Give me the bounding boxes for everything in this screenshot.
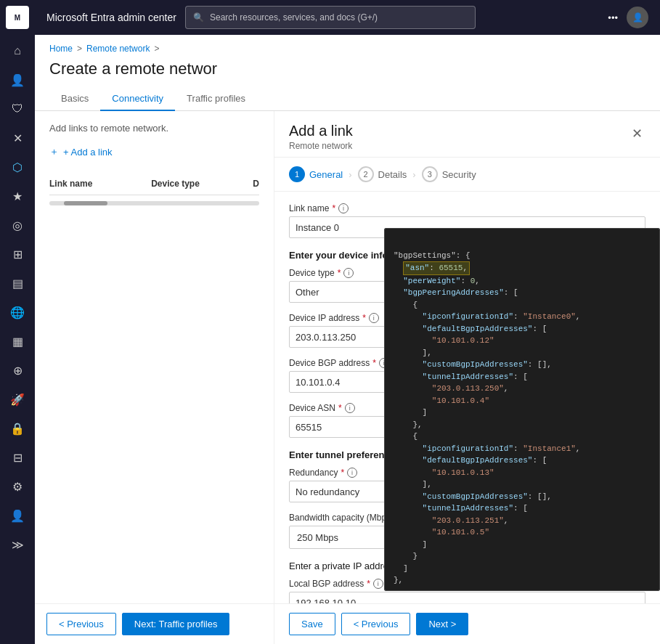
breadcrumb-sep2: > (154, 44, 159, 54)
redundancy-info-icon[interactable]: i (347, 468, 357, 478)
local-bgp-required: * (367, 579, 370, 589)
dialog-footer: Save < Previous Next > (274, 603, 660, 644)
workflow-icon[interactable]: ⊕ (4, 357, 30, 383)
left-footer: < Previous Next: Traffic profiles (35, 603, 274, 644)
step-sep-2: › (412, 169, 415, 180)
step-sep-1: › (349, 169, 351, 180)
tab-traffic-profiles[interactable]: Traffic profiles (175, 87, 257, 111)
main-container: Microsoft Entra admin center 🔍 Search re… (35, 0, 660, 644)
left-panel-content: Add links to remote network. ＋ + Add a l… (35, 111, 274, 603)
dialog-body: Link name * i Enter your device info Dev… (274, 192, 660, 603)
globe-icon[interactable]: 🌐 (4, 299, 30, 325)
breadcrumb-remote-network[interactable]: Remote network (86, 44, 150, 54)
topbar: Microsoft Entra admin center 🔍 Search re… (35, 0, 660, 35)
link-name-info-icon[interactable]: i (338, 203, 349, 213)
gear-icon[interactable]: ⚙ (4, 473, 30, 500)
step-1-label: General (309, 169, 343, 180)
breadcrumb-home[interactable]: Home (49, 44, 73, 54)
search-icon: 🔍 (193, 12, 204, 23)
avatar[interactable]: 👤 (627, 7, 648, 28)
scroll-bar[interactable] (49, 201, 259, 205)
page-title: Create a remote networ (35, 57, 660, 87)
step-security[interactable]: 3 Security (422, 166, 476, 182)
users-icon[interactable]: 👤 (4, 67, 30, 93)
plus-icon: ＋ (49, 145, 59, 158)
next-button-dialog[interactable]: Next > (416, 613, 468, 635)
scroll-container (49, 201, 259, 205)
home-icon[interactable]: ⌂ (4, 38, 30, 64)
chart-icon[interactable]: ▦ (4, 328, 30, 354)
table-icon[interactable]: ⊟ (4, 444, 30, 470)
json-overlay: "bgpSettings": { "asn": 65515, "peerWeig… (384, 228, 660, 591)
device-ip-info-icon[interactable]: i (369, 313, 379, 323)
device-asn-required: * (338, 403, 342, 413)
tab-basics[interactable]: Basics (49, 87, 100, 111)
topbar-actions: ••• 👤 (608, 7, 648, 28)
step-3-label: Security (442, 169, 476, 180)
person-icon[interactable]: 👤 (4, 502, 30, 529)
next-button-left[interactable]: Next: Traffic profiles (122, 613, 230, 635)
col-extra: D (253, 179, 259, 189)
cross-icon[interactable]: ✕ (4, 125, 30, 151)
dialog-title: Add a link (289, 123, 353, 139)
step-3-number: 3 (422, 166, 438, 182)
lock-icon[interactable]: 🔒 (4, 415, 30, 441)
app-title: Microsoft Entra admin center (46, 12, 176, 23)
local-bgp-input[interactable] (289, 592, 645, 603)
app-logo: M (6, 6, 29, 29)
star-icon[interactable]: ★ (4, 183, 30, 209)
add-link-label: + Add a link (63, 147, 113, 158)
rocket-icon[interactable]: 🚀 (4, 386, 30, 412)
left-panel: Add links to remote network. ＋ + Add a l… (35, 111, 274, 644)
expand-icon[interactable]: ≫ (4, 531, 30, 558)
step-general[interactable]: 1 General (289, 166, 343, 182)
save-button[interactable]: Save (289, 613, 335, 635)
add-link-button[interactable]: ＋ + Add a link (49, 145, 259, 158)
local-bgp-info-icon[interactable]: i (373, 579, 383, 589)
device-bgp-required: * (372, 358, 376, 368)
step-2-label: Details (378, 169, 407, 180)
inner-layout: Add links to remote network. ＋ + Add a l… (35, 111, 660, 644)
previous-button-dialog[interactable]: < Previous (341, 613, 411, 635)
col-link-name: Link name (49, 179, 142, 189)
links-table-header: Link name Device type D (49, 173, 259, 195)
search-placeholder: Search resources, services, and docs (G+… (210, 12, 378, 23)
more-options-icon[interactable]: ••• (608, 12, 618, 23)
step-details[interactable]: 2 Details (358, 166, 407, 182)
sidebar: M ⌂ 👤 🛡 ✕ ⬡ ★ ◎ ⊞ ▤ 🌐 ▦ ⊕ 🚀 🔒 ⊟ ⚙ 👤 ≫ (0, 0, 35, 644)
devices-icon[interactable]: ▤ (4, 270, 30, 296)
redundancy-required: * (341, 468, 344, 478)
dialog-title-group: Add a link Remote network (289, 123, 353, 151)
dialog-subtitle: Remote network (289, 141, 353, 151)
link-name-label: Link name * i (289, 203, 645, 213)
close-button[interactable]: ✕ (629, 123, 645, 144)
scroll-thumb[interactable] (64, 201, 107, 205)
shield-icon[interactable]: 🛡 (4, 96, 30, 122)
device-type-info-icon[interactable]: i (343, 268, 354, 278)
step-2-number: 2 (358, 166, 374, 182)
right-panel: Add a link Remote network ✕ 1 General › … (274, 111, 660, 644)
breadcrumb-sep1: > (77, 44, 82, 54)
identity-icon[interactable]: ◎ (4, 212, 30, 238)
wizard-steps: 1 General › 2 Details › 3 Security (274, 158, 660, 192)
apps-icon[interactable]: ⬡ (4, 154, 30, 180)
previous-button-left[interactable]: < Previous (46, 613, 116, 635)
device-type-required: * (338, 268, 341, 278)
device-asn-info-icon[interactable]: i (345, 403, 355, 413)
step-1-number: 1 (289, 166, 305, 182)
page-content: Home > Remote network > Create a remote … (35, 35, 660, 644)
link-name-required: * (332, 203, 335, 213)
tab-connectivity[interactable]: Connectivity (100, 87, 175, 111)
tabs: Basics Connectivity Traffic profiles (35, 87, 660, 111)
dialog-header: Add a link Remote network ✕ (274, 111, 660, 158)
groups-icon[interactable]: ⊞ (4, 241, 30, 267)
device-ip-required: * (362, 313, 366, 323)
col-device-type: Device type (151, 179, 244, 189)
add-link-description: Add links to remote network. (49, 123, 259, 134)
breadcrumb: Home > Remote network > (35, 35, 660, 57)
search-bar[interactable]: 🔍 Search resources, services, and docs (… (185, 6, 476, 29)
